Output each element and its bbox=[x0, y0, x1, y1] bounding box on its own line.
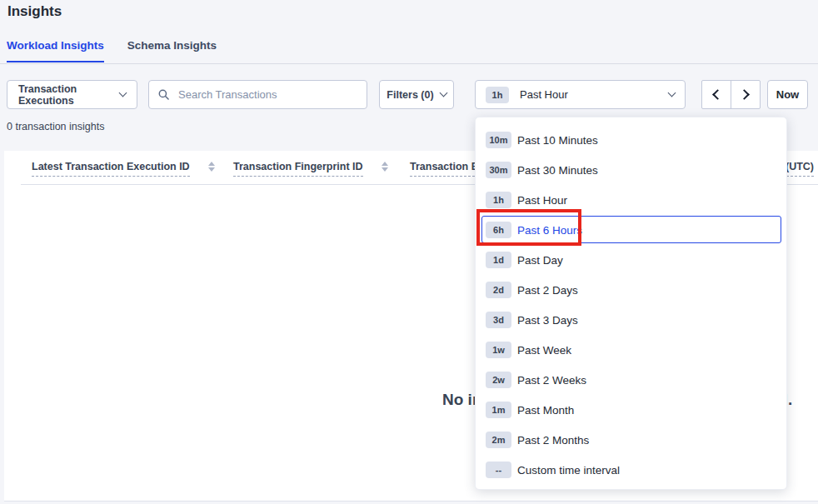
tab-bar: Workload Insights Schema Insights bbox=[7, 39, 217, 62]
time-range-option[interactable]: 6h Past 6 Hours bbox=[476, 215, 786, 245]
time-range-badge: 1h bbox=[486, 87, 509, 103]
time-range-option[interactable]: 3d Past 3 Days bbox=[476, 305, 786, 335]
time-range-option-label: Past 2 Months bbox=[517, 434, 589, 447]
time-range-option-label: Past 3 Days bbox=[517, 314, 578, 327]
time-range-option[interactable]: 1m Past Month bbox=[476, 395, 786, 425]
time-range-option-badge: 6h bbox=[486, 222, 511, 238]
filters-button[interactable]: Filters (0) bbox=[379, 80, 454, 109]
time-range-option[interactable]: 1h Past Hour bbox=[476, 185, 786, 215]
sort-icon[interactable] bbox=[208, 162, 215, 172]
time-range-option-label: Past Month bbox=[517, 404, 574, 417]
time-range-option[interactable]: 1w Past Week bbox=[476, 335, 786, 365]
chevron-right-icon bbox=[739, 89, 750, 100]
search-box[interactable] bbox=[148, 80, 367, 109]
chevron-down-icon bbox=[119, 89, 127, 97]
search-input[interactable] bbox=[177, 87, 357, 102]
time-range-option-label: Past Day bbox=[517, 254, 563, 267]
tab-label: Schema Insights bbox=[127, 39, 217, 52]
chevron-down-icon bbox=[668, 89, 676, 97]
time-range-option[interactable]: -- Custom time interval bbox=[476, 455, 786, 485]
column-header-label: Latest Transaction Execution ID bbox=[32, 161, 190, 177]
time-range-option[interactable]: 2m Past 2 Months bbox=[476, 425, 786, 455]
column-header[interactable]: Transaction Fingerprint ID bbox=[233, 161, 388, 177]
tab-label: Workload Insights bbox=[7, 39, 104, 52]
time-range-option-label: Past 30 Minutes bbox=[517, 164, 598, 177]
time-range-option[interactable]: 10m Past 10 Minutes bbox=[476, 125, 786, 155]
search-icon bbox=[158, 89, 169, 100]
time-range-option-label: Past 6 Hours bbox=[517, 224, 582, 237]
time-range-option-badge: 1h bbox=[486, 192, 511, 208]
time-range-option-badge: 2d bbox=[486, 282, 511, 298]
page-title: Insights bbox=[7, 3, 62, 20]
time-range-dropdown-trigger[interactable]: 1h Past Hour bbox=[475, 80, 686, 109]
time-range-option[interactable]: 2d Past 2 Days bbox=[476, 275, 786, 305]
now-button[interactable]: Now bbox=[767, 80, 808, 109]
now-button-label: Now bbox=[776, 88, 799, 101]
time-range-option-badge: 1d bbox=[486, 252, 511, 268]
column-header-label: Transaction Fingerprint ID bbox=[233, 161, 363, 177]
time-range-option-label: Past 2 Weeks bbox=[517, 374, 586, 387]
time-range-option-label: Custom time interval bbox=[517, 464, 620, 477]
time-range-option-label: Past 2 Days bbox=[517, 284, 578, 297]
filters-label: Filters (0) bbox=[387, 89, 433, 101]
insights-page: Insights Workload Insights Schema Insigh… bbox=[0, 0, 818, 504]
next-time-button[interactable] bbox=[731, 81, 760, 108]
time-range-option-badge: 2m bbox=[486, 432, 511, 448]
tab[interactable]: Schema Insights bbox=[127, 39, 217, 62]
entity-select-label: Transaction Executions bbox=[18, 83, 120, 107]
tabs-divider bbox=[0, 63, 818, 64]
chevron-left-icon bbox=[712, 89, 723, 100]
time-range-option-label: Past Hour bbox=[517, 194, 567, 207]
previous-time-button[interactable] bbox=[702, 81, 731, 108]
time-range-option[interactable]: 2w Past 2 Weeks bbox=[476, 365, 786, 395]
time-range-option-label: Past Week bbox=[517, 344, 571, 357]
entity-select-button[interactable]: Transaction Executions bbox=[7, 80, 137, 109]
time-range-option-badge: 3d bbox=[486, 312, 511, 328]
time-pager bbox=[701, 80, 761, 109]
time-range-option-badge: 1w bbox=[486, 342, 511, 358]
time-range-option-label: Past 10 Minutes bbox=[517, 134, 598, 147]
chevron-down-icon bbox=[439, 89, 447, 97]
results-count: 0 transaction insights bbox=[7, 121, 104, 132]
sort-icon[interactable] bbox=[382, 162, 388, 172]
time-range-dropdown-menu: 10m Past 10 Minutes 30m Past 30 Minutes … bbox=[475, 117, 787, 490]
column-header[interactable]: Latest Transaction Execution ID bbox=[32, 161, 215, 177]
time-range-option-badge: 1m bbox=[486, 402, 511, 418]
time-range-option-badge: 10m bbox=[486, 132, 511, 148]
time-range-option-badge: -- bbox=[486, 462, 511, 478]
time-range-option-badge: 30m bbox=[486, 162, 511, 178]
time-range-option[interactable]: 30m Past 30 Minutes bbox=[476, 155, 786, 185]
tab[interactable]: Workload Insights bbox=[7, 39, 104, 62]
time-range-option-badge: 2w bbox=[486, 372, 511, 388]
time-range-label: Past Hour bbox=[520, 88, 669, 101]
time-range-option[interactable]: 1d Past Day bbox=[476, 245, 786, 275]
